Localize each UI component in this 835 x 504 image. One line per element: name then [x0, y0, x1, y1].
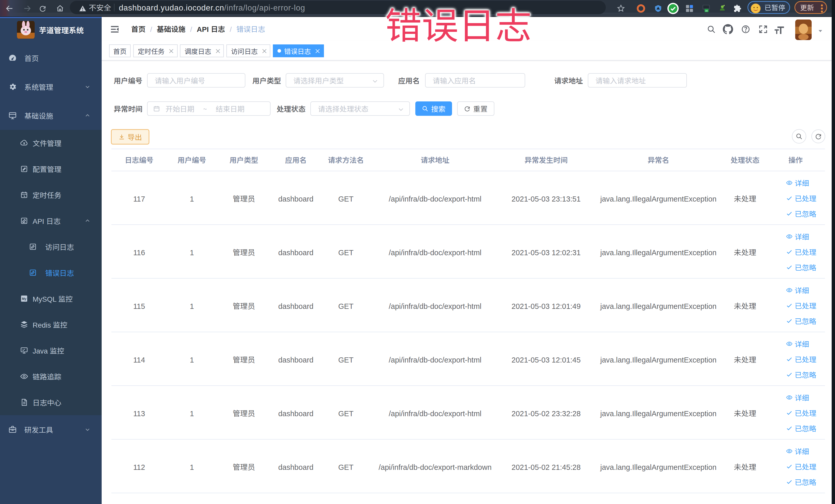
svg-text:My: My [22, 297, 26, 301]
svg-text:on: on [705, 9, 708, 12]
